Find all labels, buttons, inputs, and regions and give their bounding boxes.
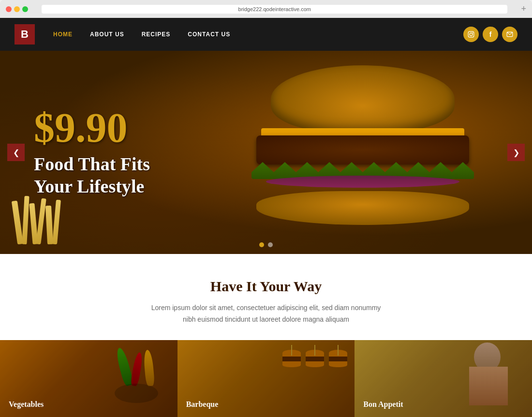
navbar: B HOME ABOUT US RECIPES CONTACT US f xyxy=(0,18,532,51)
svg-rect-0 xyxy=(468,31,474,37)
browser-titlebar: bridge222.qodeinteractive.com + xyxy=(0,4,532,18)
cards-grid: Vegetables xyxy=(0,340,532,417)
facebook-icon[interactable]: f xyxy=(483,27,498,42)
next-arrow[interactable]: ❯ xyxy=(507,144,525,161)
nav-link-recipes[interactable]: RECIPES xyxy=(133,27,179,42)
browser-window: bridge222.qodeinteractive.com + xyxy=(0,0,532,18)
nav-link-about[interactable]: ABOUT US xyxy=(81,27,133,42)
nav-links: HOME ABOUT US RECIPES CONTACT US xyxy=(44,27,463,42)
page-content: B HOME ABOUT US RECIPES CONTACT US f xyxy=(0,18,532,417)
maximize-button[interactable] xyxy=(22,6,28,12)
prev-arrow[interactable]: ❮ xyxy=(7,144,25,161)
social-links: f xyxy=(463,27,517,42)
card-barbeque[interactable]: Barbeque xyxy=(177,340,355,417)
address-bar[interactable]: bridge222.qodeinteractive.com xyxy=(42,5,507,14)
minimize-button[interactable] xyxy=(14,6,20,12)
nav-logo[interactable]: B xyxy=(15,24,35,45)
patty xyxy=(256,135,469,164)
card-label-barbeque: Barbeque xyxy=(186,400,219,409)
card-label-bon-appetit: Bon Appetit xyxy=(363,400,403,409)
close-button[interactable] xyxy=(6,6,12,12)
hero-slider: $9.90 Food That Fits Your Lifestyle ❮ ❯ xyxy=(0,51,532,254)
onion xyxy=(266,176,459,188)
hero-content: $9.90 Food That Fits Your Lifestyle xyxy=(34,107,150,197)
bun-bottom xyxy=(256,191,469,225)
section-description: Lorem ipsum dolor sit amet, consectetuer… xyxy=(145,302,387,326)
nav-link-contact[interactable]: CONTACT US xyxy=(179,27,239,42)
section-title: Have It Your Way xyxy=(15,278,517,295)
email-icon[interactable] xyxy=(502,27,517,42)
card-vegetables[interactable]: Vegetables xyxy=(0,340,177,417)
svg-point-2 xyxy=(472,32,473,33)
instagram-icon[interactable] xyxy=(463,27,479,42)
bun-top xyxy=(271,65,455,133)
slider-dots xyxy=(259,242,273,247)
hero-price: $9.90 xyxy=(34,107,150,149)
slider-dot-2[interactable] xyxy=(268,242,273,247)
svg-point-1 xyxy=(470,33,473,36)
new-tab-button[interactable]: + xyxy=(521,4,526,14)
hero-tagline: Food That Fits Your Lifestyle xyxy=(34,153,150,197)
slider-dot-1[interactable] xyxy=(259,242,264,247)
card-bon-appetit[interactable]: Bon Appetit xyxy=(355,340,532,417)
burger-image xyxy=(242,60,493,244)
card-label-vegetables: Vegetables xyxy=(9,400,44,409)
content-section: Have It Your Way Lorem ipsum dolor sit a… xyxy=(0,254,532,417)
window-controls xyxy=(6,6,28,12)
nav-link-home[interactable]: HOME xyxy=(44,27,81,42)
